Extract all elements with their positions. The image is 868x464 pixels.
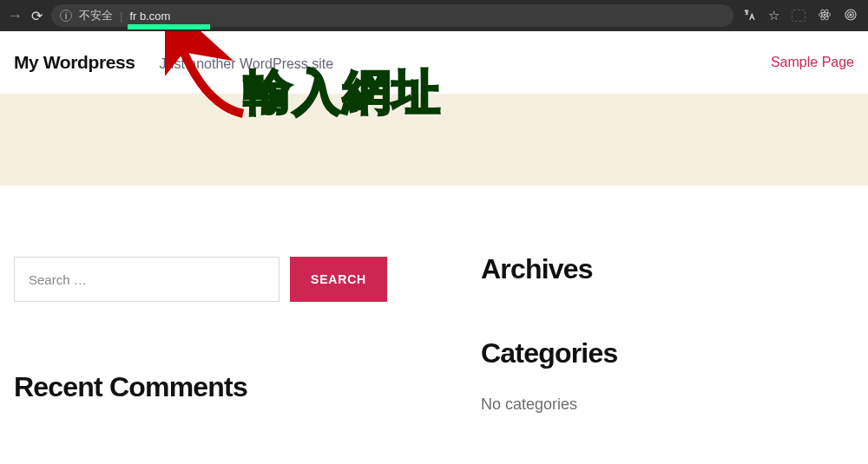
url-text: fr b.com (129, 10, 170, 23)
site-header: My Wordpress Just another WordPress site… (0, 31, 868, 94)
svg-point-6 (850, 14, 852, 16)
svg-point-0 (824, 13, 825, 15)
forward-icon[interactable]: → (7, 7, 23, 25)
search-form: SEARCH (14, 257, 387, 302)
archives-heading: Archives (481, 253, 854, 285)
main-content: SEARCH Recent Comments Archives Categori… (0, 186, 868, 414)
no-categories-text: No categories (481, 395, 854, 414)
insecure-label: 不安全 (79, 8, 113, 23)
info-icon[interactable]: i (60, 10, 72, 22)
translate-icon[interactable] (742, 8, 756, 24)
nav-sample-page[interactable]: Sample Page (771, 55, 854, 70)
search-button[interactable]: SEARCH (290, 257, 387, 302)
divider: | (120, 10, 122, 23)
search-input[interactable] (14, 257, 279, 302)
extension-icons: ☆ (742, 8, 861, 24)
site-tagline: Just another WordPress site (160, 56, 334, 72)
hero-band (0, 94, 868, 186)
bookmark-star-icon[interactable]: ☆ (768, 8, 779, 23)
url-highlight-annotation (128, 24, 210, 29)
react-devtools-icon[interactable] (818, 8, 832, 24)
bracket-icon[interactable] (792, 10, 806, 22)
target-icon[interactable] (844, 8, 858, 24)
header-left: My Wordpress Just another WordPress site (14, 52, 333, 73)
categories-heading: Categories (481, 337, 854, 369)
left-column: SEARCH Recent Comments (14, 257, 387, 414)
refresh-icon[interactable]: ⟳ (31, 8, 43, 24)
right-column: Archives Categories No categories (439, 257, 854, 414)
site-title[interactable]: My Wordpress (14, 52, 135, 73)
recent-comments-heading: Recent Comments (14, 371, 387, 403)
